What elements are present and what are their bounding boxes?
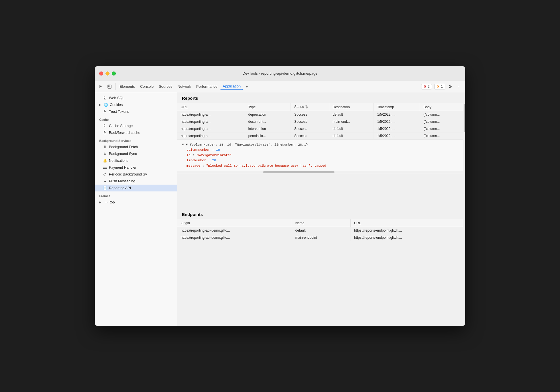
detail-expand-text: ▼ {columnNumber: 18, id: "NavigatorVibra… [186,143,308,146]
ep-cell-url: https://reports-endpoint.glitch.... [350,234,463,241]
detail-expand-line[interactable]: ▼ ▼ {columnNumber: 18, id: "NavigatorVib… [182,142,458,147]
endpoints-table-container: Origin Name URL https://reporting-api-de… [177,219,463,326]
cache-section-label: Cache [95,115,177,122]
background-sync-icon: ↻ [103,152,107,156]
devtools-window: DevTools - reporting-api-demo.glitch.me/… [95,66,465,326]
col-url[interactable]: URL [177,103,245,111]
sidebar-item-trust-tokens[interactable]: 🗄 Trust Tokens [95,108,177,115]
cell-url: https://reporting-a... [177,118,245,125]
vertical-scrollbar-thumb[interactable] [464,104,465,132]
arrow-icon: ▶ [99,103,101,106]
cell-type: intervention [245,125,291,132]
ep-cell-name: main-endpoint [292,234,350,241]
tab-application[interactable]: Application [220,83,243,90]
cell-destination: default [329,125,374,132]
status-help-icon[interactable]: ⓘ [305,105,308,109]
cache-storage-icon: 🗄 [103,124,107,128]
col-timestamp[interactable]: Timestamp [374,103,420,111]
vertical-scrollbar[interactable] [463,92,465,326]
reports-table-container: URL Type Status ⓘ Destination Timestamp … [177,103,463,140]
error-badge[interactable]: ✖ 2 [421,84,432,89]
minimize-button[interactable] [105,72,109,75]
periodic-bg-sync-icon: ⏱ [103,172,107,177]
tab-sources[interactable]: Sources [157,83,175,90]
col-body[interactable]: Body [420,103,463,111]
more-options-button[interactable]: ⋮ [455,83,463,90]
ep-cell-origin: https://reporting-api-demo.glitc... [177,234,292,241]
ep-col-url[interactable]: URL [350,219,463,227]
table-row[interactable]: https://reporting-a... deprecation Succe… [177,111,463,118]
sidebar-item-payment-handler[interactable]: ▬ Payment Handler [95,164,177,171]
detail-id: id : "NavigatorVibrate" [182,153,458,158]
sidebar-item-cookies-label: Cookies [110,103,123,107]
endpoints-table: Origin Name URL https://reporting-api-de… [177,219,463,241]
svg-rect-1 [108,85,109,87]
sidebar-item-periodic-bg-sync[interactable]: ⏱ Periodic Background Sy [95,171,177,178]
cursor-icon-button[interactable] [97,83,105,90]
cell-status: Success [291,125,329,132]
detail-key-column: columnNumber [186,148,210,152]
table-row[interactable]: https://reporting-a... permissio... Succ… [177,132,463,140]
cell-body: {"column... [420,125,463,132]
background-fetch-icon: ⇅ [103,145,107,149]
table-row[interactable]: https://reporting-a... intervention Succ… [177,125,463,132]
cookie-icon: 🌐 [104,103,108,107]
sidebar-item-back-forward-cache-label: Back/forward cache [109,131,140,135]
cell-url: https://reporting-a... [177,132,245,140]
sidebar-item-cache-storage[interactable]: 🗄 Cache Storage [95,122,177,129]
titlebar: DevTools - reporting-api-demo.glitch.me/… [95,66,465,81]
inspector-icon-button[interactable] [105,83,113,90]
cell-url: https://reporting-a... [177,125,245,132]
cell-body: {"column... [420,132,463,140]
sidebar-item-top-frame[interactable]: ▶ ▭ top [95,199,177,206]
sidebar-item-cache-storage-label: Cache Storage [109,124,133,128]
cell-destination: main-end... [329,118,374,125]
maximize-button[interactable] [112,72,116,75]
tab-network[interactable]: Network [175,83,194,90]
cell-timestamp: 1/5/2022, ... [374,111,420,118]
table-row[interactable]: https://reporting-api-demo.glitc... defa… [177,227,463,234]
devtools-body: 🗄 Web SQL ▶ 🌐 Cookies 🗄 Trust Tokens Cac… [95,92,465,326]
more-tabs-button[interactable]: » [244,83,250,90]
horizontal-scrollbar[interactable] [177,171,463,173]
tab-performance[interactable]: Performance [194,83,220,90]
sidebar-item-reporting-api[interactable]: 📄 Reporting API [95,185,177,191]
ep-col-name[interactable]: Name [292,219,350,227]
tab-elements[interactable]: Elements [117,83,137,90]
col-status[interactable]: Status ⓘ [291,103,329,111]
cell-url: https://reporting-a... [177,111,245,118]
sidebar-item-payment-handler-label: Payment Handler [109,166,137,170]
scrollbar-thumb[interactable] [263,171,335,173]
table-row[interactable]: https://reporting-a... document... Succe… [177,118,463,125]
expand-arrow[interactable]: ▼ [182,143,186,146]
cell-status: Success [291,111,329,118]
detail-panel: ▼ ▼ {columnNumber: 18, id: "NavigatorVib… [177,140,463,171]
sidebar-item-websql[interactable]: 🗄 Web SQL [95,95,177,101]
sidebar-item-notifications[interactable]: 🔔 Notifications [95,157,177,164]
sidebar-item-background-sync-label: Background Sync [109,152,137,156]
warn-count: 1 [441,85,443,89]
sidebar-item-top-label: top [110,200,115,204]
detail-key-message: message [186,164,200,168]
sidebar-item-background-sync[interactable]: ↻ Background Sync [95,150,177,157]
sidebar-item-background-fetch[interactable]: ⇅ Background Fetch [95,144,177,150]
detail-key-id: id [186,153,190,157]
sidebar-item-background-fetch-label: Background Fetch [109,145,138,149]
col-type[interactable]: Type [245,103,291,111]
table-row[interactable]: https://reporting-api-demo.glitc... main… [177,234,463,241]
col-destination[interactable]: Destination [329,103,374,111]
sidebar-item-back-forward-cache[interactable]: 🗄 Back/forward cache [95,129,177,136]
payment-handler-icon: ▬ [103,165,107,170]
warn-badge[interactable]: ✖ 1 [434,84,445,89]
close-button[interactable] [99,72,103,75]
cell-status: Success [291,132,329,140]
sidebar-item-periodic-bg-sync-label: Periodic Background Sy [109,172,147,176]
tab-console[interactable]: Console [138,83,156,90]
sidebar-item-cookies[interactable]: ▶ 🌐 Cookies [95,101,177,108]
cell-type: document... [245,118,291,125]
ep-col-origin[interactable]: Origin [177,219,292,227]
sidebar-item-push-messaging[interactable]: ☁ Push Messaging [95,178,177,185]
sidebar-item-push-messaging-label: Push Messaging [109,179,135,183]
warn-icon: ✖ [437,85,440,89]
settings-button[interactable]: ⚙ [447,83,454,90]
